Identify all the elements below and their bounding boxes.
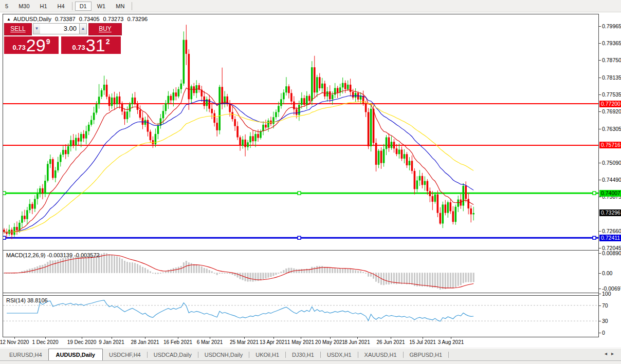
macd-axis-tick	[599, 253, 601, 254]
volume-decrease-button[interactable]: ▼	[33, 23, 41, 34]
macd-histogram-bar	[378, 273, 379, 283]
line-selection-handle[interactable]	[298, 191, 301, 195]
candle-body	[442, 204, 444, 223]
candle-body	[221, 87, 223, 103]
chart-tab-usdcnh[interactable]: USDCNH,Daily	[198, 349, 249, 360]
macd-histogram-bar	[114, 256, 115, 273]
macd-histogram-bar	[81, 257, 82, 273]
date-axis-label: 20 May 2021	[315, 339, 345, 345]
separator-macd-bottom[interactable]	[3, 293, 599, 293]
buy-price-display[interactable]: 0.73 31 2	[61, 36, 121, 54]
candle-body	[427, 181, 429, 191]
volume-increase-button[interactable]: ▲	[79, 23, 87, 34]
candle-body	[352, 92, 354, 98]
price-axis-label: 0.78750	[602, 57, 621, 63]
candle-body	[216, 123, 218, 130]
chart-tab-gbpusd[interactable]: GBPUSD,H1	[404, 349, 449, 360]
date-axis[interactable]: 12 Nov 20201 Dec 202019 Dec 20209 Jan 20…	[0, 337, 621, 348]
buy-button[interactable]: BUY	[88, 23, 122, 35]
timeframe-button-h1[interactable]: H1	[35, 2, 52, 11]
timeframe-button-m30[interactable]: M30	[14, 2, 34, 11]
macd-histogram-bar	[450, 273, 451, 288]
sell-button[interactable]: SELL	[4, 23, 32, 35]
candle-body	[472, 213, 474, 215]
macd-histogram-bar	[42, 265, 43, 273]
candle-body	[437, 195, 439, 213]
candle-body	[465, 186, 467, 199]
toolbar-separator	[132, 2, 132, 10]
macd-histogram-bar	[108, 255, 109, 273]
chart-tab-usdchf[interactable]: USDCHF,H4	[103, 349, 147, 360]
date-axis-label: 12 Nov 2020	[0, 339, 29, 345]
date-axis-label: 19 Dec 2020	[67, 339, 97, 345]
candle-body	[70, 140, 72, 146]
volume-input[interactable]: 3.00	[40, 23, 79, 34]
date-axis-tick	[45, 337, 46, 339]
price-axis-badge: 0.77200	[599, 101, 621, 107]
timeframe-button-d1[interactable]: D1	[75, 2, 92, 11]
macd-histogram-bar	[168, 270, 169, 273]
candle-body	[88, 125, 90, 131]
macd-histogram-bar	[229, 273, 230, 274]
macd-histogram-bar	[129, 262, 130, 273]
chart-tab-ukoil[interactable]: UKOil,H1	[249, 349, 285, 360]
macd-histogram-bar	[357, 271, 358, 273]
rsi-axis-tick	[599, 305, 601, 306]
line-selection-handle[interactable]	[298, 236, 301, 239]
macd-axis-tick	[599, 273, 601, 274]
macd-histogram-bar	[370, 273, 371, 277]
candle-body	[152, 140, 154, 144]
timeframe-button-h4[interactable]: H4	[53, 2, 69, 11]
chart-tab-xauusd[interactable]: XAUUSD,H1	[358, 349, 403, 360]
tab-scroll-left-icon[interactable]: ◂	[605, 351, 611, 356]
tab-scroll-right-icon[interactable]: ▸	[611, 351, 618, 356]
chart-tab-dj30[interactable]: DJ30,H1	[286, 349, 320, 360]
candle-body	[165, 103, 167, 111]
chart-tab-audusd[interactable]: AUDUSD,Daily	[48, 349, 103, 360]
timeframe-button-w1[interactable]: W1	[93, 2, 111, 11]
candle-body	[178, 89, 180, 97]
candle-body	[236, 126, 239, 138]
macd-histogram-bar	[352, 270, 353, 273]
candle-body	[208, 99, 210, 109]
price-axis-tick	[599, 43, 601, 44]
macd-histogram-bar	[383, 273, 384, 285]
date-axis-tick	[210, 337, 210, 339]
collapse-panel-icon[interactable]: ▲	[7, 17, 11, 22]
chart-tab-usdcad[interactable]: USDCAD,Daily	[148, 349, 198, 360]
candle-body	[355, 93, 357, 98]
price-axis[interactable]: 0.799650.793650.787500.781350.775350.769…	[599, 14, 621, 337]
line-selection-handle[interactable]	[3, 236, 6, 239]
macd-histogram-bar	[327, 267, 328, 273]
chart-tab-usdx[interactable]: USDX,H1	[321, 349, 358, 360]
chart-tab-eurusd[interactable]: EURUSD,H4	[3, 349, 48, 360]
candle-body	[3, 229, 5, 232]
rsi-indicator-canvas[interactable]	[3, 296, 598, 337]
candle-body	[190, 86, 192, 99]
macd-histogram-bar	[219, 273, 220, 274]
rsi-axis-label: 30	[602, 318, 608, 324]
line-selection-handle[interactable]	[593, 236, 596, 239]
candle-body	[106, 85, 108, 97]
macd-histogram-bar	[144, 268, 145, 273]
macd-histogram-bar	[434, 273, 435, 288]
line-selection-handle[interactable]	[593, 191, 596, 195]
timeframe-button-5[interactable]: 5	[1, 2, 13, 11]
macd-histogram-bar	[339, 269, 340, 273]
macd-histogram-bar	[437, 273, 438, 289]
line-selection-handle[interactable]	[3, 191, 6, 195]
macd-histogram-bar	[103, 253, 104, 273]
price-axis-label: 0.76920	[602, 108, 621, 114]
candle-body	[229, 104, 231, 112]
timeframe-button-mn[interactable]: MN	[111, 2, 129, 11]
rsi-axis-label: 0	[602, 330, 605, 336]
chart-symbol-label: AUDUSD,Daily	[13, 16, 51, 22]
macd-histogram-bar	[157, 273, 158, 274]
macd-histogram-bar	[265, 273, 266, 279]
sell-price-display[interactable]: 0.73 29 9	[4, 36, 59, 54]
candle-body	[60, 155, 62, 162]
price-axis-badge: 0.73296	[599, 209, 621, 216]
ohlc-low: 0.73273	[103, 16, 124, 22]
candle-body	[93, 112, 95, 120]
macd-histogram-bar	[468, 273, 469, 282]
